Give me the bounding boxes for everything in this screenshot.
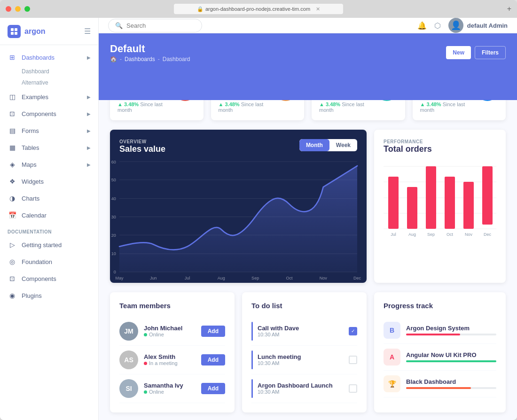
add-member-john-button[interactable]: Add (201, 326, 225, 337)
sidebar-item-label: Foundation (22, 258, 52, 265)
member-avatar-alex: AS (119, 350, 138, 369)
sidebar-item-plugins[interactable]: ◉ Plugins (0, 287, 98, 304)
svg-rect-34 (445, 177, 455, 229)
url-text: argon-dashboard-pro-nodejs.creative-tim.… (205, 6, 310, 12)
progress-name: Angular Now UI Kit PRO (406, 351, 496, 358)
svg-text:Dec: Dec (484, 232, 492, 237)
member-info-alex: Alex Smith In a meeting (144, 353, 196, 366)
progress-bar (406, 334, 460, 335)
member-name: Alex Smith (144, 353, 196, 360)
sidebar-item-calendar[interactable]: 📅 Calendar (0, 207, 98, 224)
sidebar-item-label: Plugins (22, 292, 42, 299)
filters-button[interactable]: Filters (475, 46, 506, 59)
chevron-right-icon: ▶ (87, 145, 91, 150)
todo-item-call: Call with Dave 10:30 AM ✓ (251, 317, 357, 346)
sidebar-item-label: Dashboards (22, 54, 55, 61)
team-members-title: Team members (119, 302, 225, 310)
stat-change: ▲ 3.48% Since last month (319, 101, 376, 113)
svg-text:20: 20 (111, 233, 116, 238)
getting-started-icon: ▷ (8, 240, 17, 249)
home-icon: 🏠 (110, 56, 117, 62)
search-box[interactable]: 🔍 (108, 19, 202, 32)
todo-title: To do list (251, 302, 357, 310)
brand-icon (8, 25, 21, 38)
progress-track-card: Progress track B Argon Design System (374, 292, 506, 412)
stat-up-arrow: ▲ 3.48% (319, 101, 340, 107)
page-title: Default (110, 43, 190, 55)
charts-row: OVERVIEW Sales value Month Week (110, 130, 506, 283)
svg-text:Jul: Jul (185, 276, 190, 280)
svg-text:50: 50 (111, 178, 116, 182)
sidebar-item-foundation[interactable]: ◎ Foundation (0, 253, 98, 270)
sidebar-item-forms[interactable]: ▤ Forms ▶ (0, 122, 98, 139)
user-name: default Admin (467, 22, 508, 29)
sidebar: argon ☰ ⊞ Dashboards ▶ Dashboard Alterna… (0, 18, 99, 420)
dashboard-icon: ⊞ (8, 53, 17, 62)
sales-chart-card: OVERVIEW Sales value Month Week (110, 130, 367, 283)
user-avatar: 👤 (448, 18, 463, 33)
calendar-icon: 📅 (8, 210, 17, 220)
search-icon: 🔍 (115, 22, 123, 29)
progress-name: Argon Design System (406, 325, 496, 332)
todo-checkbox-launch[interactable] (349, 384, 357, 393)
share-icon[interactable]: ⬡ (434, 21, 441, 30)
search-input[interactable] (126, 22, 195, 29)
close-tab-icon[interactable]: ✕ (316, 6, 320, 12)
notifications-icon[interactable]: 🔔 (417, 21, 427, 30)
tab-week[interactable]: Week (329, 139, 357, 151)
sidebar-item-charts[interactable]: ◑ Charts (0, 190, 98, 207)
todo-checkbox-call[interactable]: ✓ (349, 327, 357, 335)
sidebar-subitem-alternative[interactable]: Alternative (0, 77, 98, 88)
add-tab-button[interactable]: + (507, 5, 511, 13)
add-member-alex-button[interactable]: Add (201, 354, 225, 366)
stat-change: ▲ 3.48% Since last month (219, 101, 275, 113)
stat-change: ▲ 3.48% Since last month (420, 101, 477, 113)
sidebar-item-components[interactable]: ⊡ Components ▶ (0, 105, 98, 122)
progress-name: Black Dashboard (406, 378, 496, 385)
svg-text:Sep: Sep (427, 232, 435, 237)
svg-text:Aug: Aug (408, 232, 416, 237)
sidebar-item-dashboards[interactable]: ⊞ Dashboards ▶ (0, 49, 98, 66)
close-button[interactable] (6, 6, 11, 12)
new-button[interactable]: New (446, 46, 471, 59)
page-header-actions: New Filters (446, 46, 506, 59)
svg-text:Oct: Oct (446, 232, 454, 237)
sidebar-item-maps[interactable]: ◈ Maps ▶ (0, 156, 98, 173)
orders-chart-title: Total orders (384, 144, 432, 154)
member-status: Online (144, 332, 196, 337)
page-header: Default 🏠 - Dashboards - Dashboard New F… (99, 33, 517, 100)
todo-info: Lunch meeting 10:30 AM (258, 353, 344, 366)
maximize-button[interactable] (24, 6, 30, 12)
stat-change: ▲ 3.48% Since last month (118, 101, 174, 113)
add-member-samantha-button[interactable]: Add (201, 383, 225, 394)
team-member-alex: AS Alex Smith In a meeting Add (119, 346, 225, 374)
sidebar-item-getting-started[interactable]: ▷ Getting started (0, 236, 98, 253)
sidebar-item-examples[interactable]: ◫ Examples ▶ (0, 88, 98, 105)
sidebar-item-label: Calendar (22, 212, 47, 219)
todo-checkbox-lunch[interactable] (349, 356, 357, 364)
sidebar-item-widgets[interactable]: ❖ Widgets (0, 173, 98, 190)
todo-bar (251, 350, 253, 369)
todo-item-title: Lunch meeting (258, 353, 344, 360)
todo-bar (251, 322, 253, 341)
member-status: In a meeting (144, 360, 196, 366)
sidebar-item-doc-components[interactable]: ⊡ Components (0, 270, 98, 287)
doc-section-title: DOCUMENTATION (0, 224, 98, 236)
sidebar-item-tables[interactable]: ▦ Tables ▶ (0, 139, 98, 156)
sidebar-toggle-button[interactable]: ☰ (84, 27, 91, 36)
user-menu[interactable]: 👤 default Admin (448, 18, 508, 33)
tables-icon: ▦ (8, 143, 17, 152)
maps-icon: ◈ (8, 160, 17, 169)
sidebar-subitem-dashboard[interactable]: Dashboard (0, 66, 98, 77)
breadcrumb-dashboards[interactable]: Dashboards (125, 56, 155, 62)
member-avatar-john: JM (119, 322, 138, 341)
browser-titlebar: 🔒 argon-dashboard-pro-nodejs.creative-ti… (0, 0, 517, 18)
minimize-button[interactable] (15, 6, 21, 12)
foundation-icon: ◎ (8, 257, 17, 266)
chevron-right-icon: ▶ (87, 128, 91, 133)
progress-info-black: Black Dashboard (406, 378, 496, 389)
address-bar[interactable]: 🔒 argon-dashboard-pro-nodejs.creative-ti… (174, 4, 343, 14)
sidebar-item-label: Examples (22, 93, 48, 101)
doc-components-icon: ⊡ (8, 274, 17, 283)
tab-month[interactable]: Month (299, 139, 329, 151)
